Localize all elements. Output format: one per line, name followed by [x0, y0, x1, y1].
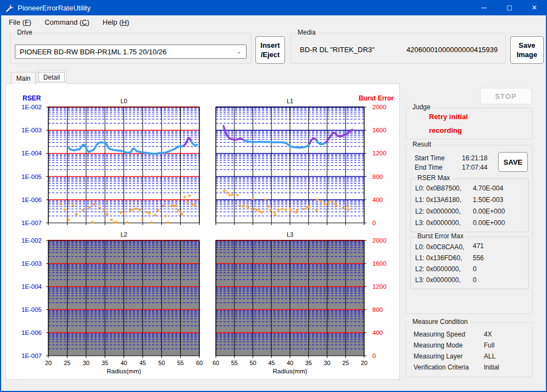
wrench-icon — [4, 3, 14, 13]
drive-select[interactable]: PIONEER BD-RW BDR-PR1ML 1.75 20/10/26 ⌄ — [15, 44, 247, 59]
x-tick-label: 60 — [213, 360, 219, 366]
tab-detail[interactable]: Detail — [37, 70, 66, 84]
measure-condition-group: Measure Condition Measuring Speed 4X Mea… — [405, 322, 533, 377]
x-tick-label: 30 — [83, 360, 90, 366]
maximize-icon — [507, 5, 512, 10]
start-time-label: Start Time — [415, 154, 445, 162]
right-tick-label: 1600 — [372, 127, 387, 133]
right-tick-label: 1200 — [372, 283, 387, 290]
maximize-button[interactable] — [496, 0, 522, 15]
right-tick-label: 800 — [372, 306, 383, 313]
x-tick-label: 40 — [287, 360, 293, 366]
burst-max-row-l2: L2: 0x0000000, — [415, 265, 461, 273]
detail-tab-page: RSERBurst ErrorL01E-0021E-0031E-0041E-00… — [5, 83, 400, 380]
close-icon: ✕ — [532, 4, 537, 12]
measuring-layer-value: ALL — [484, 352, 495, 360]
x-tick-label: 25 — [64, 360, 70, 366]
menu-bar: File (F) Command (C) Help (H) — [1, 15, 546, 29]
y-tick-label: 1E-004 — [21, 283, 42, 290]
judge-group: Judge Retry initial recording — [405, 108, 533, 139]
insert-eject-button[interactable]: Insert /Eject — [255, 36, 285, 64]
title-bar: PioneerErrorRateUtility ✕ — [0, 0, 547, 15]
chart-L0: L01E-0021E-0031E-0041E-0051E-0061E-007 — [21, 98, 199, 226]
drive-group-label: Drive — [15, 29, 35, 36]
right-tick-label: 400 — [372, 197, 383, 203]
media-serial: 42060001000000000415939 — [406, 46, 498, 54]
x-tick-label: 55 — [177, 360, 184, 366]
menu-command[interactable]: Command (C) — [39, 16, 95, 28]
end-time-value: 17:07:44 — [462, 164, 488, 171]
x-tick-label: 35 — [102, 360, 108, 366]
right-tick-label: 1200 — [372, 150, 387, 156]
x-tick-label: 45 — [268, 360, 275, 366]
measuring-speed-value: 4X — [484, 331, 492, 338]
right-tick-label: 800 — [372, 173, 383, 180]
chart-title-L0: L0 — [120, 98, 127, 104]
burst-max-row-l3: L3: 0x0000000, — [415, 276, 461, 284]
media-group-label: Media — [295, 29, 318, 36]
burst-max-value-l2: 0 — [473, 265, 477, 273]
burst-max-value-l1: 556 — [473, 254, 484, 262]
x-tick-label: 20 — [361, 360, 367, 366]
chevron-down-icon: ⌄ — [237, 49, 242, 54]
x-tick-label: 25 — [342, 360, 349, 366]
rser-max-value-l2: 0.00E+000 — [473, 208, 505, 215]
rser-max-label: RSER Max — [415, 174, 452, 182]
rser-max-value-l0: 4.70E-004 — [473, 184, 503, 192]
burst-error-max-group: Burst Error Max L0: 0x0C8CAA0, 471 L1: 0… — [410, 237, 529, 289]
rser-max-row-l2: L2: 0x0000000, — [415, 208, 461, 215]
x-tick-label: 40 — [120, 360, 127, 366]
minimize-button[interactable] — [471, 0, 496, 15]
x-tick-label: 45 — [139, 360, 146, 366]
x-axis-label: Radius(mm) — [107, 368, 141, 374]
rser-axis-label: RSER — [23, 94, 41, 102]
x-tick-label: 35 — [305, 360, 312, 366]
rser-max-value-l3: 0.00E+000 — [473, 219, 505, 227]
judge-group-label: Judge — [410, 103, 433, 111]
chart-title-L1: L1 — [287, 98, 293, 104]
right-tick-label: 2000 — [372, 237, 387, 244]
x-tick-label: 50 — [158, 360, 165, 366]
stop-button[interactable]: STOP — [480, 88, 532, 104]
chart-L2: L21E-0021E-0031E-0041E-0051E-0061E-00720… — [21, 231, 203, 374]
x-tick-label: 50 — [249, 360, 256, 366]
measuring-layer-label: Measuring Layer — [414, 352, 462, 360]
error-rate-charts: RSERBurst ErrorL01E-0021E-0031E-0041E-00… — [6, 84, 399, 379]
right-tick-label: 0 — [372, 220, 376, 226]
close-button[interactable]: ✕ — [522, 0, 547, 15]
right-tick-label: 1600 — [372, 260, 387, 267]
chart-L3: L32000160012008004000605550454035302520R… — [213, 231, 387, 374]
end-time-label: End Time — [415, 164, 443, 171]
save-button[interactable]: SAVE — [498, 152, 528, 172]
measuring-mode-value: Full — [484, 341, 494, 349]
tab-main[interactable]: Main — [11, 72, 36, 84]
burst-max-value-l0: 471 — [473, 242, 484, 250]
burst-max-row-l0: L0: 0x0C8CAA0, — [415, 243, 464, 251]
app-window: PioneerErrorRateUtility ✕ File (F) Comma… — [0, 0, 547, 392]
rser-max-row-l0: L0: 0x0B87500, — [415, 184, 461, 192]
menu-file[interactable]: File (F) — [3, 16, 37, 28]
result-group: Result Start Time 16:21:18 End Time 17:0… — [405, 145, 533, 314]
y-tick-label: 1E-003 — [21, 260, 42, 267]
y-tick-label: 1E-006 — [21, 329, 42, 336]
media-type: BD-R DL "RITEK_DR3" — [300, 46, 375, 54]
rser-max-row-l1: L1: 0x13A6180, — [415, 196, 461, 204]
chart-L1: L12000160012008004000 — [216, 98, 387, 226]
burst-error-max-label: Burst Error Max — [415, 232, 466, 240]
y-tick-label: 1E-006 — [21, 197, 42, 203]
y-tick-label: 1E-002 — [21, 237, 42, 244]
right-tick-label: 0 — [372, 352, 376, 359]
y-tick-label: 1E-004 — [21, 150, 42, 156]
charts-svg: RSERBurst ErrorL01E-0021E-0031E-0041E-00… — [6, 84, 399, 379]
x-tick-label: 60 — [196, 360, 203, 366]
x-tick-label: 55 — [231, 360, 238, 366]
right-tick-label: 400 — [372, 329, 383, 336]
burst-error-axis-label: Burst Error — [359, 94, 394, 102]
y-tick-label: 1E-002 — [21, 104, 42, 110]
drive-selected-value: PIONEER BD-RW BDR-PR1ML 1.75 20/10/26 — [20, 48, 166, 56]
menu-help[interactable]: Help (H) — [97, 16, 135, 28]
burst-max-row-l1: L1: 0x136FD60, — [415, 254, 462, 262]
y-tick-label: 1E-007 — [21, 352, 42, 359]
save-image-button[interactable]: Save Image — [510, 36, 544, 64]
start-time-value: 16:21:18 — [462, 154, 488, 162]
